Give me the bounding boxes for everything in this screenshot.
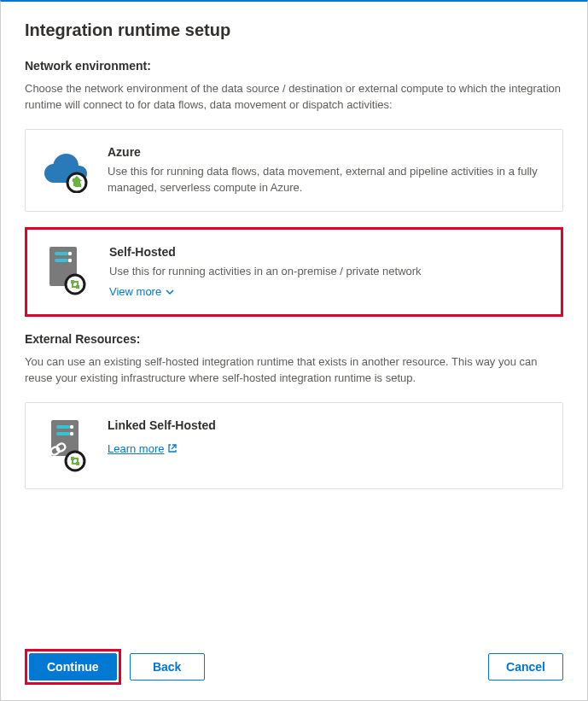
svg-rect-14: [56, 432, 70, 435]
linked-self-hosted-title: Linked Self-Hosted: [108, 418, 547, 432]
svg-rect-6: [55, 259, 68, 262]
option-azure[interactable]: Azure Use this for running data flows, d…: [25, 129, 563, 213]
svg-point-15: [70, 432, 73, 435]
svg-rect-4: [55, 252, 68, 255]
svg-point-13: [70, 425, 73, 429]
self-hosted-title: Self-Hosted: [109, 245, 545, 259]
learn-more-label: Learn more: [108, 442, 164, 455]
azure-description: Use this for running data flows, data mo…: [108, 164, 547, 196]
svg-rect-20: [76, 462, 79, 465]
svg-point-8: [66, 275, 84, 294]
svg-rect-1: [73, 178, 76, 182]
option-linked-self-hosted[interactable]: Linked Self-Hosted Learn more: [25, 402, 563, 489]
linked-self-hosted-icon: [41, 418, 92, 473]
view-more-link[interactable]: View more: [109, 285, 175, 298]
azure-cloud-icon: [41, 145, 92, 196]
self-hosted-description: Use this for running activities in an on…: [109, 264, 545, 280]
svg-rect-10: [76, 285, 79, 289]
continue-highlight: Continue: [25, 649, 121, 685]
svg-point-5: [68, 252, 72, 255]
footer: Continue Back Cancel: [1, 637, 587, 700]
page-title: Integration runtime setup: [25, 20, 563, 40]
network-environment-description: Choose the network environment of the da…: [25, 81, 563, 114]
svg-point-7: [68, 259, 72, 262]
self-hosted-server-icon: [43, 245, 94, 299]
back-button[interactable]: Back: [130, 653, 205, 681]
network-environment-heading: Network environment:: [25, 59, 563, 73]
azure-title: Azure: [108, 145, 547, 159]
external-link-icon: [167, 443, 178, 453]
view-more-label: View more: [109, 285, 161, 298]
svg-rect-12: [56, 425, 70, 429]
svg-rect-19: [71, 457, 74, 460]
option-self-hosted[interactable]: Self-Hosted Use this for running activit…: [25, 227, 563, 317]
cancel-button[interactable]: Cancel: [488, 653, 563, 681]
svg-point-18: [66, 452, 84, 470]
external-resources-description: You can use an existing self-hosted inte…: [25, 354, 563, 387]
external-resources-heading: External Resources:: [25, 332, 563, 346]
chevron-down-icon: [165, 287, 175, 297]
learn-more-link[interactable]: Learn more: [108, 442, 178, 455]
svg-rect-9: [71, 280, 74, 283]
svg-rect-2: [78, 184, 81, 187]
continue-button[interactable]: Continue: [29, 653, 117, 681]
